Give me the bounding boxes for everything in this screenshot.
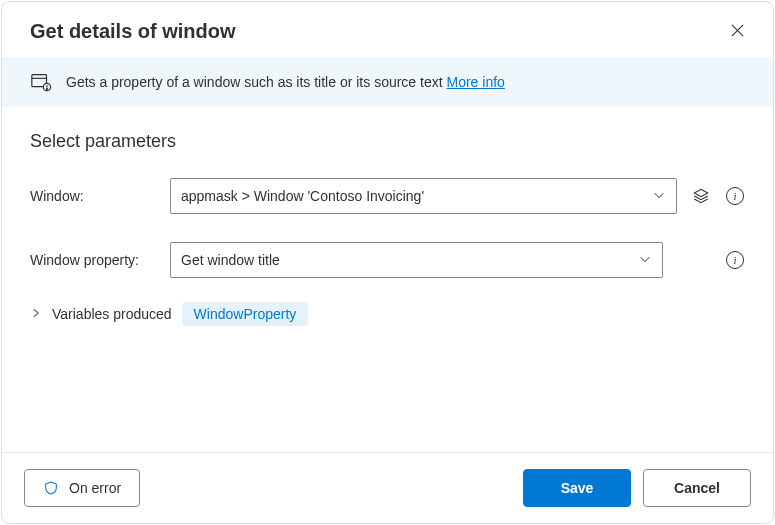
content: Select parameters Window: appmask > Wind… xyxy=(2,107,773,452)
footer-actions: Save Cancel xyxy=(523,469,751,507)
window-dropdown-value: appmask > Window 'Contoso Invoicing' xyxy=(181,188,424,204)
dialog-title: Get details of window xyxy=(30,20,236,43)
ui-element-picker-button[interactable] xyxy=(691,186,711,206)
field-row-property: Window property: Get window title i xyxy=(30,242,745,278)
expand-variables-button[interactable] xyxy=(30,306,42,322)
info-icon: i xyxy=(726,251,744,269)
chevron-down-icon xyxy=(638,252,652,269)
variable-chip[interactable]: WindowProperty xyxy=(182,302,309,326)
layers-icon xyxy=(692,187,710,205)
window-icons: i xyxy=(691,186,745,206)
variables-row: Variables produced WindowProperty xyxy=(30,302,745,326)
banner-text: Gets a property of a window such as its … xyxy=(66,74,505,90)
field-row-window: Window: appmask > Window 'Contoso Invoic… xyxy=(30,178,745,214)
shield-icon xyxy=(43,480,59,496)
chevron-right-icon xyxy=(30,307,42,319)
section-title: Select parameters xyxy=(30,131,745,152)
property-icons: i xyxy=(677,250,745,270)
dialog-header: Get details of window xyxy=(2,2,773,57)
property-dropdown[interactable]: Get window title xyxy=(170,242,663,278)
dialog-footer: On error Save Cancel xyxy=(2,452,773,523)
close-icon xyxy=(730,23,745,38)
dialog: Get details of window Gets a property of… xyxy=(1,1,774,524)
chevron-down-icon xyxy=(652,188,666,205)
on-error-button[interactable]: On error xyxy=(24,469,140,507)
info-icon: i xyxy=(726,187,744,205)
property-label: Window property: xyxy=(30,252,170,268)
property-info-button[interactable]: i xyxy=(725,250,745,270)
variables-label: Variables produced xyxy=(52,306,172,322)
window-info-button[interactable]: i xyxy=(725,186,745,206)
more-info-link[interactable]: More info xyxy=(447,74,505,90)
svg-marker-7 xyxy=(694,189,708,197)
window-label: Window: xyxy=(30,188,170,204)
svg-point-6 xyxy=(47,88,48,89)
info-banner: Gets a property of a window such as its … xyxy=(2,57,773,107)
save-button[interactable]: Save xyxy=(523,469,631,507)
close-button[interactable] xyxy=(730,23,745,41)
property-dropdown-value: Get window title xyxy=(181,252,280,268)
window-info-icon xyxy=(30,71,52,93)
banner-description: Gets a property of a window such as its … xyxy=(66,74,447,90)
on-error-label: On error xyxy=(69,480,121,496)
cancel-button[interactable]: Cancel xyxy=(643,469,751,507)
window-dropdown[interactable]: appmask > Window 'Contoso Invoicing' xyxy=(170,178,677,214)
